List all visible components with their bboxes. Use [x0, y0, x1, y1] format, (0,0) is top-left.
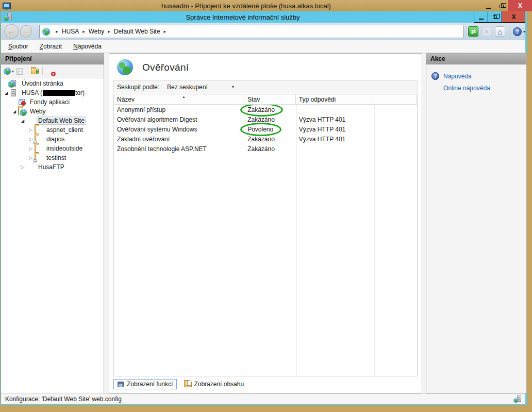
action-napoveda[interactable]: ?Nápověda: [431, 70, 526, 82]
expander-collapsed-icon[interactable]: ▷: [28, 127, 34, 133]
rdp-app-icon: [3, 3, 11, 9]
rdp-restore-button[interactable]: [495, 0, 508, 11]
status-value: Zakázáno: [247, 136, 275, 143]
iis-restore-button[interactable]: [488, 11, 502, 23]
sort-ascending-icon: ▲: [182, 95, 186, 98]
iis-caption-buttons: X: [474, 11, 525, 23]
actions-body: ?NápovědaOnline nápověda: [426, 64, 526, 94]
forward-button[interactable]: →: [20, 25, 32, 38]
server-icon: [11, 89, 16, 96]
breadcrumb-item-weby[interactable]: Weby: [89, 28, 104, 35]
actions-panel: Akce ?NápovědaOnline nápověda: [426, 53, 527, 393]
connections-panel: Připojení ▾ x Úvodní stránka◢HUSA (t: [1, 53, 104, 393]
expander-expanded-icon[interactable]: ◢: [20, 119, 26, 123]
feature-status: Zakázáno: [244, 136, 296, 143]
feature-row-overovani-algoritmem-digest[interactable]: Ověřování algoritmem DigestZakázánoVýzva…: [114, 114, 417, 124]
status-value-circled: Zakázáno: [247, 106, 275, 113]
feature-row-zakladni-overovani[interactable]: Základní ověřováníZakázánoVýzva HTTP 401: [114, 134, 417, 144]
help-icon: ?: [513, 27, 522, 36]
app-pools-icon: [18, 98, 26, 106]
action-online-napoveda[interactable]: Online nápověda: [443, 82, 526, 94]
feature-row-overovani-systemu-windows[interactable]: Ověřování systému WindowsPovolenoVýzva H…: [114, 124, 417, 134]
status-bar: Konfigurace: 'Default Web Site' web.conf…: [1, 393, 525, 404]
iis-close-button[interactable]: X: [502, 11, 525, 23]
up-arrow-icon: [36, 70, 39, 74]
restore-icon: [500, 5, 504, 8]
tree-item-fondy-aplikaci[interactable]: Fondy aplikací: [1, 97, 104, 107]
folder-link-icon: [35, 136, 42, 143]
status-text: Konfigurace: 'Default Web Site' web.conf…: [5, 395, 122, 403]
folder-icon: [18, 107, 19, 116]
tab-zobrazeni-obsahu[interactable]: Zobrazení obsahu: [180, 380, 247, 389]
feature-status: Povoleno: [244, 126, 296, 133]
toolbar-separator: [42, 67, 43, 75]
feature-status: Zakázáno: [244, 116, 296, 123]
globe-icon: [20, 109, 27, 116]
create-connection-button[interactable]: ▾: [4, 68, 14, 75]
rdp-minimize-button[interactable]: [481, 0, 495, 11]
up-level-button[interactable]: [31, 69, 39, 74]
close-icon: x: [51, 72, 56, 76]
stop-button: ✕: [482, 27, 491, 36]
save-connections-button: [16, 68, 23, 75]
disconnect-button[interactable]: x: [46, 68, 54, 75]
expander-expanded-icon[interactable]: ◢: [11, 109, 18, 114]
chevron-down-icon: ▾: [523, 29, 525, 34]
iis-manager-window: Správce Internetové informační služby X …: [1, 11, 527, 405]
tree-item-testinst[interactable]: ▷testinst: [1, 153, 104, 162]
tree-item-label: Úvodní stránka: [20, 79, 65, 88]
tab-label: Zobrazení obsahu: [194, 381, 244, 388]
iis-status-icon: [513, 395, 521, 403]
group-by-label: Seskupit podle:: [117, 84, 159, 91]
column-header-typ-odpovedi[interactable]: Typ odpovědi: [296, 94, 373, 104]
breadcrumb-item-default-web-site[interactable]: Default Web Site: [114, 28, 160, 35]
folder-icon: [35, 145, 42, 152]
expander-collapsed-icon[interactable]: ▷: [20, 164, 26, 170]
group-by-select[interactable]: Bez seskupení ▾: [165, 83, 236, 92]
iis-minimize-button[interactable]: [474, 11, 488, 23]
menu-item-napoveda[interactable]: Nápověda: [73, 43, 102, 50]
rdp-close-button[interactable]: X: [508, 0, 532, 11]
menu-item-soubor[interactable]: Soubor: [8, 43, 28, 50]
status-value: Zakázáno: [247, 145, 275, 153]
rdp-window: husaadm - Připojení ke vzdálené ploše (h…: [0, 0, 532, 412]
actions-header: Akce: [426, 54, 526, 64]
breadcrumb-item-husa[interactable]: HUSA: [62, 28, 79, 35]
feature-list: Název▲StavTyp odpovědi Anonymní přístupZ…: [113, 94, 418, 376]
breadcrumb-arrow-icon: ▸: [108, 29, 110, 34]
tree-item-aspnet-client[interactable]: ▷aspnet_client: [1, 125, 104, 135]
tree-item-label: Default Web Site: [37, 117, 86, 125]
connections-toolbar: ▾ x: [1, 64, 104, 78]
tab-zobrazeni-funkci[interactable]: Zobrazení funkcí: [113, 379, 177, 389]
tree-item-uvodni-stranka[interactable]: Úvodní stránka: [1, 79, 104, 88]
feature-row-zosobneni-technologie-asp-net[interactable]: Zosobnění technologie ASP.NETZakázáno: [114, 144, 417, 154]
tree-item-default-web-site[interactable]: ◢Default Web Site: [1, 116, 104, 125]
redaction-box: [43, 90, 75, 96]
column-header-nazev[interactable]: Název▲: [114, 94, 244, 104]
tree-item-insideoutside[interactable]: ▷insideoutside: [1, 144, 104, 153]
tree-item-husaftp[interactable]: ▷HusaFTP: [1, 162, 104, 172]
tree-item-diapos[interactable]: ▷diapos: [1, 135, 104, 144]
refresh-button[interactable]: ⇄: [468, 26, 478, 37]
feature-row-anonymni-pristup[interactable]: Anonymní přístupZakázáno: [114, 105, 417, 114]
status-value-circled: Povoleno: [247, 126, 273, 133]
action-link-label: Online nápověda: [443, 85, 490, 92]
group-by-value: Bez seskupení: [167, 84, 208, 91]
menu-item-zobrazit[interactable]: Zobrazit: [40, 43, 62, 50]
connections-tree: Úvodní stránka◢HUSA (tor)Fondy aplikací◢…: [1, 79, 104, 393]
tree-item-label: HusaFTP: [37, 163, 66, 171]
column-header-stav[interactable]: Stav: [244, 94, 296, 104]
globe-icon: [3, 15, 9, 21]
expander-collapsed-icon[interactable]: ▷: [28, 146, 34, 151]
back-button[interactable]: ←: [4, 24, 19, 39]
column-header-empty: [373, 94, 417, 104]
tree-item-weby[interactable]: ◢Weby: [1, 107, 104, 116]
help-button[interactable]: ? ▾: [513, 27, 525, 36]
expander-expanded-icon[interactable]: ◢: [3, 91, 9, 95]
page-title: Ověřování: [142, 62, 189, 73]
home-button[interactable]: ⌂: [495, 26, 505, 37]
globe-icon: [8, 80, 15, 88]
tree-item-husa-tor[interactable]: ◢HUSA (tor): [1, 88, 104, 97]
rdp-window-title: husaadm - Připojení ke vzdálené ploše (h…: [11, 2, 481, 10]
breadcrumb-arrow-icon: ▸: [82, 29, 85, 34]
